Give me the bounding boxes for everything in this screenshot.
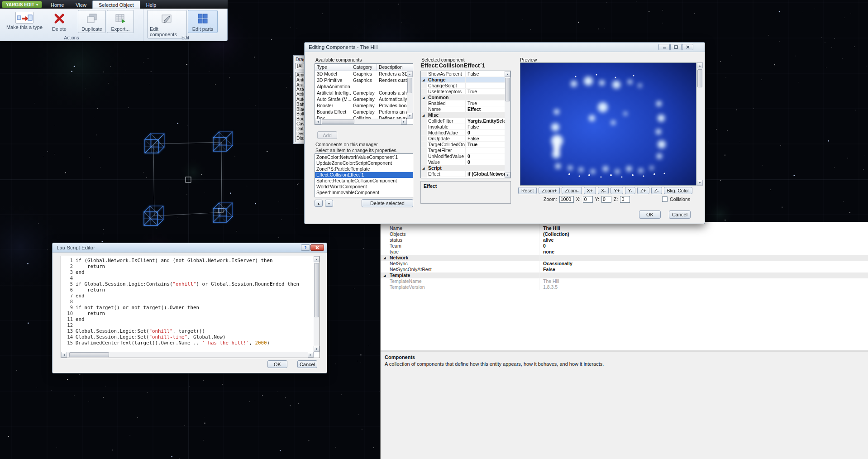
tab-selected-object[interactable]: Selected Object xyxy=(92,0,140,9)
property-row[interactable]: TemplateName The Hill xyxy=(381,278,868,284)
scroll-down-icon[interactable]: ▼ xyxy=(697,180,703,186)
property-row[interactable]: Value 0 xyxy=(421,159,505,165)
column-header-description[interactable]: Description xyxy=(377,64,413,71)
property-row[interactable]: ShowAsPercent False xyxy=(421,71,505,77)
move-up-button[interactable]: ▲ xyxy=(315,200,323,207)
close-button[interactable] xyxy=(310,244,324,251)
scroll-up-icon[interactable]: ▲ xyxy=(505,71,510,77)
move-down-button[interactable]: ▼ xyxy=(325,200,333,207)
code-line[interactable]: return xyxy=(61,287,314,293)
x-input[interactable] xyxy=(583,196,593,203)
property-row[interactable]: NetSyncOnlyAtRest False xyxy=(381,267,868,273)
scrollbar-vertical[interactable]: ▲ ▼ xyxy=(314,256,320,352)
dialog-titlebar[interactable]: Lau Script Editor xyxy=(52,243,327,253)
code-line[interactable]: end xyxy=(61,316,314,322)
preview-toolbar-button[interactable]: Y- xyxy=(625,187,636,194)
property-row[interactable]: UnModifiedValue 0 xyxy=(421,153,505,159)
scroll-thumb[interactable] xyxy=(322,119,354,124)
manager-list-item[interactable]: ZonePS:ParticleTemplate xyxy=(315,166,413,172)
manager-list-item[interactable]: UpdateZoneColor:ScriptComponent xyxy=(315,160,413,166)
tab-home[interactable]: Home xyxy=(45,1,70,9)
table-row[interactable]: Auto Strafe (M... Gameplay Automatically… xyxy=(315,96,407,103)
scrollbar-vertical[interactable]: ▲ ▼ xyxy=(697,62,703,186)
z-input[interactable] xyxy=(620,196,630,203)
property-row[interactable]: CollideFilter Yargis.EntitySelect xyxy=(421,118,505,124)
scroll-up-ic on[interactable]: ▲ xyxy=(697,62,703,68)
table-row[interactable]: AlphaAnimation xyxy=(315,84,407,90)
ok-button[interactable]: OK xyxy=(639,210,661,219)
delete-button[interactable]: Delete xyxy=(48,10,71,33)
table-header[interactable]: Type Category Description xyxy=(315,64,413,71)
property-row[interactable]: TemplateVersion 1.8.3.5 xyxy=(381,284,868,290)
tab-help[interactable]: Help xyxy=(140,1,162,9)
preview-toolbar-button[interactable]: Zoom- xyxy=(562,187,582,194)
preview-toolbar-button[interactable]: Zoom+ xyxy=(539,187,560,194)
property-row[interactable]: ModifiedValue 0 xyxy=(421,130,505,136)
property-row[interactable]: OnUpdate False xyxy=(421,136,505,142)
scrollbar-vertical[interactable]: ▲ ▼ xyxy=(505,71,510,178)
scroll-down-icon[interactable]: ▼ xyxy=(314,346,320,352)
property-row[interactable]: Name Effect xyxy=(421,106,505,112)
code-line[interactable]: if Global.Session.Logic:Contains("onhill… xyxy=(61,281,314,287)
manager-list-item[interactable]: Sphere:RectangleCollisionComponent xyxy=(315,178,413,184)
preview-toolbar-button[interactable]: Y+ xyxy=(610,187,623,194)
scroll-down-icon[interactable]: ▼ xyxy=(407,113,413,119)
property-row[interactable]: NetSync Ocassionally xyxy=(381,261,868,267)
cancel-button[interactable]: Cancel xyxy=(669,210,691,219)
code-line[interactable] xyxy=(61,275,314,281)
scrollbar-vertical[interactable]: ▲ ▼ xyxy=(407,71,413,119)
property-row[interactable]: Invokable False xyxy=(421,124,505,130)
edit-parts-button[interactable]: Edit parts xyxy=(188,10,218,33)
code-line[interactable]: if not target() or not target().Owner th… xyxy=(61,305,314,311)
code-line[interactable]: return xyxy=(61,263,314,269)
scrollbar-horizontal[interactable]: ◄ ► xyxy=(315,119,407,124)
scroll-thumb[interactable] xyxy=(407,78,412,93)
preview-toolbar-button[interactable]: Reset xyxy=(518,187,537,194)
property-row[interactable]: Effect if (Global.Network.I xyxy=(421,171,505,177)
property-row[interactable]: UseInterceptors True xyxy=(421,89,505,95)
help-button[interactable]: ? xyxy=(301,244,310,251)
preview-toolbar-button[interactable]: X+ xyxy=(584,187,596,194)
scroll-thumb[interactable] xyxy=(697,69,702,87)
property-row[interactable]: Enabled True xyxy=(421,100,505,106)
property-row[interactable]: Objects (Collection) xyxy=(381,231,868,237)
dialog-titlebar[interactable]: Editing Components - The Hill xyxy=(305,43,705,52)
property-row[interactable]: Script xyxy=(421,165,505,171)
preview-toolbar-button[interactable]: X- xyxy=(598,187,609,194)
property-row[interactable]: type none xyxy=(381,249,868,255)
column-header-type[interactable]: Type xyxy=(315,64,351,71)
preview-toolbar-button[interactable]: Z- xyxy=(651,187,662,194)
scroll-left-icon[interactable]: ◄ xyxy=(315,119,321,124)
export-button[interactable]: Export... xyxy=(107,10,134,33)
preview-toolbar-button[interactable]: Z+ xyxy=(637,187,649,194)
duplicate-button[interactable]: Duplicate xyxy=(78,10,106,33)
property-row[interactable]: TargetFilter xyxy=(421,148,505,153)
y-input[interactable] xyxy=(601,196,611,203)
property-row[interactable]: status alive xyxy=(381,237,868,243)
code-line[interactable]: DrawTimedCenterText(target().Owner.Name … xyxy=(61,340,314,346)
maximize-button[interactable] xyxy=(670,44,682,50)
code-line[interactable] xyxy=(61,322,314,328)
preview-toolbar-button[interactable]: Bkg. Color xyxy=(664,187,692,194)
close-button[interactable] xyxy=(682,44,693,50)
property-row[interactable]: Template xyxy=(381,273,868,278)
property-row[interactable]: Misc xyxy=(421,112,505,118)
add-component-button[interactable]: Add xyxy=(317,131,337,139)
scroll-thumb[interactable] xyxy=(314,263,319,317)
code-line[interactable]: Global.Session.Logic:Set("onhill", targe… xyxy=(61,328,314,334)
code-line[interactable]: if (Global.Network.IsClient) and (not Gl… xyxy=(61,258,314,263)
table-row[interactable]: 3D Primitive Graphics Renders custom 3D xyxy=(315,77,407,84)
table-row[interactable]: Booster Gameplay Provides boost capa xyxy=(315,103,407,109)
property-row[interactable]: Network xyxy=(381,255,868,261)
application-menu-button[interactable]: YARGIS EDIT ▾ xyxy=(2,1,42,8)
manager-list-item[interactable]: Speed:ImmovableComponent xyxy=(315,190,413,196)
property-row[interactable]: Name The Hill xyxy=(381,225,868,231)
property-row[interactable]: Team 0 xyxy=(381,243,868,249)
code-line[interactable]: Global.Session.Logic:Set("onhill-time", … xyxy=(61,334,314,340)
tab-view[interactable]: View xyxy=(70,1,92,9)
table-row[interactable]: 3D Model Graphics Renders a 3D mode xyxy=(315,71,407,77)
zoom-input[interactable] xyxy=(559,196,574,203)
code-line[interactable]: end xyxy=(61,269,314,275)
scroll-thumb[interactable] xyxy=(69,352,109,357)
table-row[interactable]: Artificial Intellig... Gameplay Controls… xyxy=(315,90,407,96)
